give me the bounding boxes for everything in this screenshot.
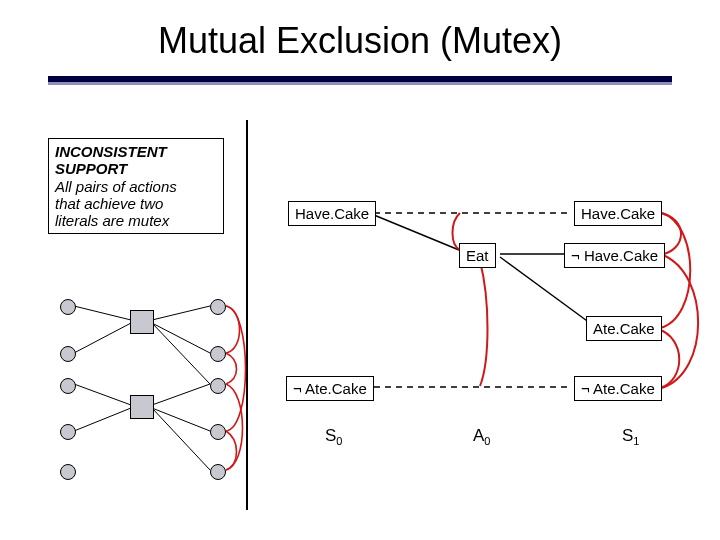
def-head-2: SUPPORT	[55, 160, 127, 177]
slide: Mutual Exclusion (Mutex) INCONSISTENT SU…	[0, 0, 720, 540]
title-underline-light	[48, 82, 672, 85]
def-body-2: that achieve two	[55, 195, 163, 212]
node-label: ¬ Ate.Cake	[293, 380, 367, 397]
svg-line-5	[74, 384, 131, 405]
level-s1: S1	[622, 426, 639, 447]
node-label: ¬ Ate.Cake	[581, 380, 655, 397]
lit-node	[210, 346, 226, 362]
level-sub: 1	[633, 435, 639, 447]
lit-node	[210, 424, 226, 440]
lit-node	[210, 464, 226, 480]
lit-node	[210, 299, 226, 315]
svg-line-4	[152, 323, 210, 384]
s1-not-have-cake: ¬ Have.Cake	[564, 243, 665, 268]
svg-line-2	[152, 306, 210, 320]
s0-not-ate-cake: ¬ Ate.Cake	[286, 376, 374, 401]
lit-node	[60, 378, 76, 394]
lit-node	[60, 464, 76, 480]
s1-not-ate-cake: ¬ Ate.Cake	[574, 376, 662, 401]
lit-node	[60, 346, 76, 362]
svg-line-0	[74, 306, 131, 320]
action-node	[130, 310, 154, 334]
level-s0: S0	[325, 426, 342, 447]
node-label: Ate.Cake	[593, 320, 655, 337]
svg-line-6	[74, 408, 131, 431]
svg-line-1	[74, 323, 131, 353]
svg-line-11	[374, 215, 459, 250]
node-label: ¬ Have.Cake	[571, 247, 658, 264]
svg-line-7	[152, 384, 210, 405]
svg-line-8	[152, 408, 210, 431]
level-a0: A0	[473, 426, 490, 447]
def-head-1: INCONSISTENT	[55, 143, 167, 160]
level-letter: S	[622, 426, 633, 445]
node-label: Have.Cake	[581, 205, 655, 222]
vertical-divider	[246, 120, 248, 510]
page-title: Mutual Exclusion (Mutex)	[0, 20, 720, 62]
lit-node	[60, 299, 76, 315]
svg-line-3	[152, 323, 210, 353]
level-letter: S	[325, 426, 336, 445]
lit-node	[60, 424, 76, 440]
level-sub: 0	[484, 435, 490, 447]
definition-box: INCONSISTENT SUPPORT All pairs of action…	[48, 138, 224, 234]
level-sub: 0	[336, 435, 342, 447]
def-body-3: literals are mutex	[55, 212, 169, 229]
s1-ate-cake: Ate.Cake	[586, 316, 662, 341]
svg-line-9	[152, 408, 210, 470]
node-label: Eat	[466, 247, 489, 264]
node-label: Have.Cake	[295, 205, 369, 222]
level-letter: A	[473, 426, 484, 445]
lit-node	[210, 378, 226, 394]
s0-have-cake: Have.Cake	[288, 201, 376, 226]
s1-have-cake: Have.Cake	[574, 201, 662, 226]
action-node	[130, 395, 154, 419]
a0-eat: Eat	[459, 243, 496, 268]
def-body-1: All pairs of actions	[55, 178, 177, 195]
